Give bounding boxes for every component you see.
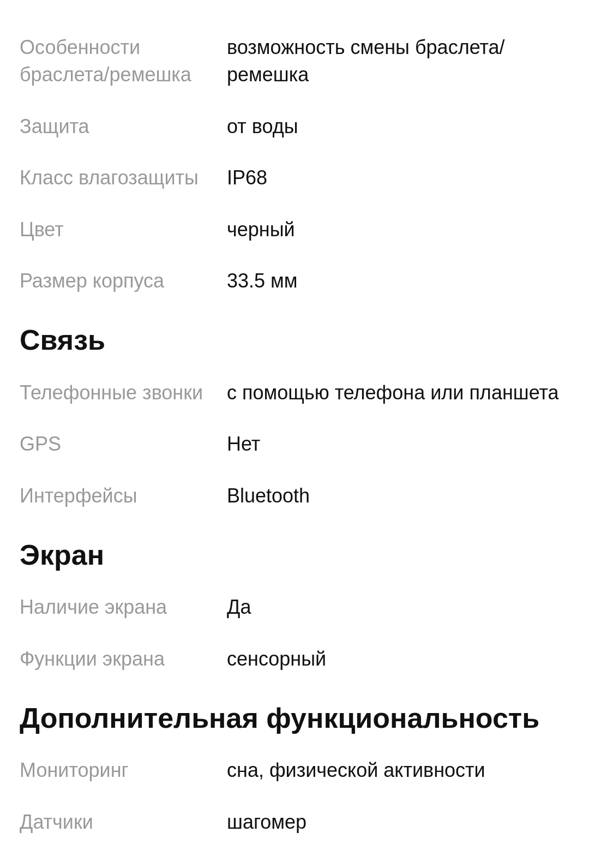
- section-header-1: Связь: [20, 307, 569, 367]
- spec-value: 33.5 мм: [227, 267, 569, 295]
- spec-value: Да: [227, 594, 569, 621]
- section-header-3: Экран: [20, 522, 569, 582]
- spec-value: с помощью телефона или планшета: [227, 379, 569, 406]
- spec-row: ИнтерфейсыBluetooth: [20, 470, 569, 522]
- section-header-5: Дополнительная функциональность: [20, 685, 569, 745]
- spec-label: Наличие экрана: [20, 594, 227, 621]
- spec-row: Размер корпуса33.5 мм: [20, 255, 569, 307]
- spec-table: Особенности браслета/ремешкавозможность …: [20, 22, 569, 848]
- spec-value: сна, физической активности: [227, 757, 569, 784]
- spec-row: Защитаот воды: [20, 101, 569, 152]
- spec-label: Телефонные звонки: [20, 379, 227, 406]
- spec-label: GPS: [20, 430, 227, 458]
- spec-row: Цветчерный: [20, 204, 569, 255]
- spec-label: Мониторинг: [20, 757, 227, 784]
- spec-row: Мониторингсна, физической активности: [20, 745, 569, 796]
- spec-label: Цвет: [20, 216, 227, 243]
- spec-value: IP68: [227, 164, 569, 191]
- spec-value: шагомер: [227, 809, 569, 836]
- spec-row: Класс влагозащитыIP68: [20, 152, 569, 203]
- spec-row: Особенности браслета/ремешкавозможность …: [20, 22, 569, 101]
- spec-row: GPSНет: [20, 418, 569, 470]
- spec-label: Функции экрана: [20, 645, 227, 673]
- spec-label: Класс влагозащиты: [20, 164, 227, 191]
- spec-value: Нет: [227, 430, 569, 458]
- spec-value: Bluetooth: [227, 482, 569, 510]
- spec-value: сенсорный: [227, 645, 569, 673]
- spec-label: Защита: [20, 113, 227, 140]
- spec-value: черный: [227, 216, 569, 243]
- spec-row: Функции экранасенсорный: [20, 633, 569, 685]
- spec-value: возможность смены браслета/ремешка: [227, 34, 569, 89]
- spec-label: Интерфейсы: [20, 482, 227, 510]
- spec-value: от воды: [227, 113, 569, 140]
- spec-label: Особенности браслета/ремешка: [20, 34, 227, 89]
- spec-row: Телефонные звонкис помощью телефона или …: [20, 367, 569, 418]
- spec-row: Датчикишагомер: [20, 797, 569, 848]
- spec-label: Размер корпуса: [20, 267, 227, 295]
- spec-label: Датчики: [20, 809, 227, 836]
- spec-row: Наличие экранаДа: [20, 582, 569, 633]
